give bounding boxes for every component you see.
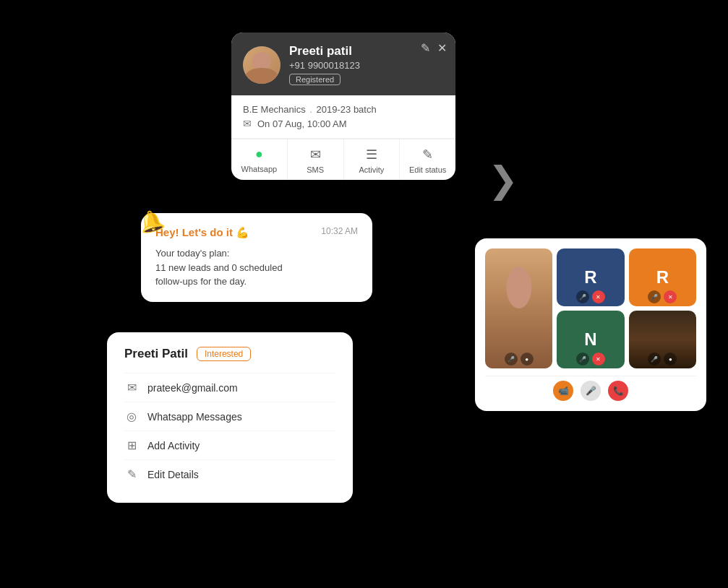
mic-button-4[interactable]: 🎤 — [576, 353, 589, 366]
end-call-button[interactable]: 📞 — [608, 381, 628, 401]
calendar-icon: ✉ — [243, 118, 252, 129]
contact-meta: B.E Mechanics . 2019-23 batch ✉ On 07 Au… — [231, 95, 455, 139]
tab-whatsapp[interactable]: ● Whatsapp — [231, 139, 288, 180]
chat-time: 10:32 AM — [321, 226, 358, 236]
mic-button-3[interactable]: 🎤 — [648, 290, 661, 303]
tab-activity[interactable]: ☰ Activity — [344, 139, 401, 180]
mic-button-1[interactable]: 🎤 — [505, 353, 518, 366]
activity-icon: ☰ — [366, 147, 377, 163]
mic-button-5[interactable]: 🎤 — [648, 353, 661, 366]
video-cell-person3: R 🎤 ✕ — [629, 248, 696, 306]
video-button-1[interactable]: ● — [521, 353, 534, 366]
lead-card: Preeti Patil Interested ✉ prateek@gmail.… — [107, 332, 353, 503]
whatsapp-icon: ● — [255, 147, 263, 162]
edit-contact-button[interactable]: ✎ — [421, 41, 430, 55]
end-button-3[interactable]: ✕ — [664, 290, 677, 303]
edit-details-icon: ✎ — [124, 467, 139, 481]
add-activity-icon: ⊞ — [124, 438, 139, 452]
course-text: B.E Mechanics . 2019-23 batch — [243, 104, 377, 115]
contact-card-header: Preeti patil +91 9900018123 Registered ✎… — [231, 33, 455, 95]
chat-body: Your today's plan: 11 new leads and 0 sc… — [155, 246, 358, 289]
lead-whatsapp-item[interactable]: ◎ Whatsapp Messages — [124, 402, 335, 431]
sms-icon: ✉ — [310, 147, 321, 163]
tab-edit-status-label: Edit status — [409, 165, 446, 174]
contact-card: Preeti patil +91 9900018123 Registered ✎… — [231, 33, 455, 180]
tab-sms-label: SMS — [307, 165, 324, 174]
video-cell-person1: 🎤 ● — [485, 248, 552, 368]
chat-header: Hey! Let's do it 💪 10:32 AM — [155, 226, 358, 239]
lead-edit-item[interactable]: ✎ Edit Details — [124, 459, 335, 488]
mute-button[interactable]: 🎤 — [581, 381, 601, 401]
lead-edit-label: Edit Details — [147, 469, 199, 480]
video-grid-inner: 🎤 ● R 🎤 ✕ R 🎤 ✕ N 🎤 ✕ — [485, 248, 696, 368]
tab-activity-label: Activity — [359, 165, 384, 174]
video-cell-person5: 🎤 ● — [629, 311, 696, 368]
mic-button-2[interactable]: 🎤 — [576, 290, 589, 303]
course-row: B.E Mechanics . 2019-23 batch — [243, 104, 444, 115]
tab-edit-status[interactable]: ✎ Edit status — [400, 139, 455, 180]
video-cell-person2: R 🎤 ✕ — [557, 248, 624, 306]
chat-bubble: Hey! Let's do it 💪 10:32 AM Your today's… — [141, 213, 372, 302]
arrow-decoration: ❯ — [488, 159, 518, 201]
tab-sms[interactable]: ✉ SMS — [288, 139, 344, 180]
lead-whatsapp-label: Whatsapp Messages — [147, 411, 242, 423]
contact-phone: +91 9900018123 — [289, 60, 444, 71]
date-text: On 07 Aug, 10:00 AM — [257, 118, 347, 129]
video-button-5[interactable]: ● — [664, 353, 677, 366]
contact-registered-badge: Registered — [289, 74, 341, 85]
contact-card-actions: ✎ ✕ — [421, 41, 447, 55]
video-grid: 🎤 ● R 🎤 ✕ R 🎤 ✕ N 🎤 ✕ — [475, 238, 706, 411]
lead-email-item[interactable]: ✉ prateek@gmail.com — [124, 373, 335, 402]
video-cell-person4: N 🎤 ✕ — [557, 311, 624, 368]
whatsapp-circle-icon: ◎ — [124, 410, 139, 423]
tab-whatsapp-label: Whatsapp — [241, 165, 278, 173]
lead-header: Preeti Patil Interested — [124, 347, 335, 361]
video-initial-r2: R — [656, 267, 669, 287]
video-initial-n: N — [584, 329, 596, 350]
video-initial-r1: R — [584, 267, 596, 287]
lead-status-badge: Interested — [197, 347, 251, 361]
edit-status-icon: ✎ — [422, 147, 433, 163]
date-row: ✉ On 07 Aug, 10:00 AM — [243, 118, 444, 129]
close-contact-button[interactable]: ✕ — [437, 41, 447, 55]
end-button-4[interactable]: ✕ — [592, 353, 605, 366]
avatar — [243, 46, 281, 84]
video-bottom-bar: 📹 🎤 📞 — [485, 376, 696, 401]
lead-email: prateek@gmail.com — [147, 382, 238, 394]
lead-activity-label: Add Activity — [147, 440, 200, 451]
chat-title: Hey! Let's do it 💪 — [155, 226, 249, 239]
end-button-2[interactable]: ✕ — [592, 290, 605, 303]
camera-button[interactable]: 📹 — [553, 381, 573, 401]
lead-name: Preeti Patil — [124, 347, 188, 361]
email-icon: ✉ — [124, 381, 139, 394]
contact-tabs: ● Whatsapp ✉ SMS ☰ Activity ✎ Edit statu… — [231, 139, 455, 180]
lead-activity-item[interactable]: ⊞ Add Activity — [124, 431, 335, 459]
